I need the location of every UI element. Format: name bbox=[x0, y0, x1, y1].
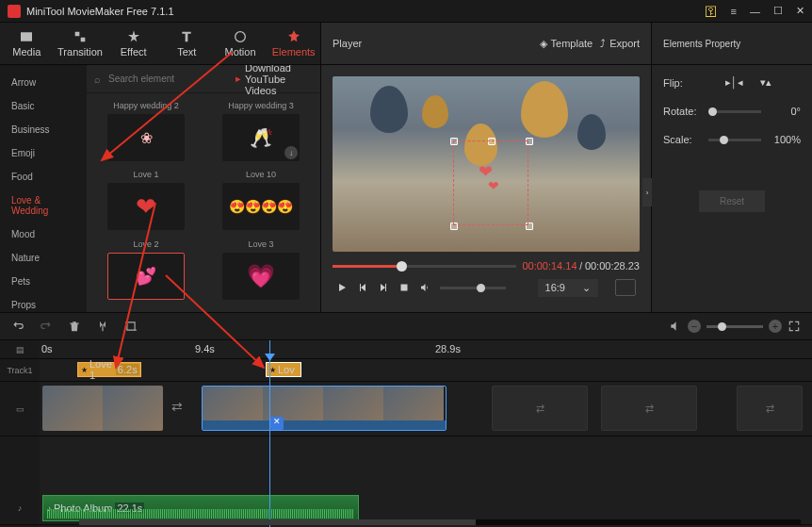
snapshot-button[interactable] bbox=[615, 279, 636, 296]
app-title: MiniTool MovieMaker Free 7.1.1 bbox=[26, 6, 705, 17]
rotate-value: 0° bbox=[771, 106, 801, 117]
timeline-toolbar: − + bbox=[0, 312, 812, 340]
volume-icon[interactable] bbox=[419, 282, 430, 293]
transition-icon[interactable]: ⇄ bbox=[171, 399, 183, 414]
horizontal-scrollbar[interactable] bbox=[79, 519, 801, 525]
element-happy-wedding-2[interactable]: Happy wedding 2❀ bbox=[90, 101, 202, 166]
tab-media[interactable]: Media bbox=[0, 23, 54, 64]
cat-pets[interactable]: Pets bbox=[0, 270, 87, 293]
element-love-10[interactable]: Love 10😍😍😍😍 bbox=[205, 170, 317, 235]
cat-nature[interactable]: Nature bbox=[0, 246, 87, 270]
cat-food[interactable]: Food bbox=[0, 165, 87, 189]
collapse-panel-icon[interactable]: › bbox=[642, 178, 652, 206]
cat-basic[interactable]: Basic bbox=[0, 94, 87, 118]
element-grid: Happy wedding 2❀ Happy wedding 3🥂↓ Love … bbox=[87, 93, 320, 312]
search-input[interactable] bbox=[108, 74, 228, 84]
flip-horizontal-icon[interactable]: ▸│◂ bbox=[725, 76, 743, 89]
cat-arrow[interactable]: Arrow bbox=[0, 71, 87, 94]
menu-icon[interactable]: ≡ bbox=[731, 6, 737, 17]
tab-text[interactable]: Text bbox=[160, 23, 214, 64]
play-icon[interactable] bbox=[336, 282, 348, 293]
tab-motion[interactable]: Motion bbox=[214, 23, 268, 64]
element-love-1[interactable]: Love 1❤ bbox=[90, 170, 202, 235]
cat-emoji[interactable]: Emoji bbox=[0, 141, 87, 165]
tab-elements[interactable]: Elements bbox=[267, 23, 320, 64]
stop-icon[interactable] bbox=[398, 282, 410, 293]
clip-love-1[interactable]: ★Love 16.2s bbox=[77, 362, 141, 377]
progress-bar[interactable] bbox=[333, 265, 516, 268]
rotate-slider[interactable] bbox=[708, 110, 761, 113]
timeline-menu-icon[interactable]: ▤ bbox=[0, 340, 40, 359]
scale-slider[interactable] bbox=[708, 139, 761, 141]
export-button[interactable]: ⤴Export bbox=[600, 38, 640, 49]
tab-transition[interactable]: Transition bbox=[54, 23, 107, 64]
template-button[interactable]: ◈Template bbox=[540, 38, 593, 50]
zoom-in-icon[interactable]: + bbox=[769, 320, 782, 333]
reset-button[interactable]: Reset bbox=[699, 190, 765, 212]
maximize-icon[interactable]: ☐ bbox=[773, 5, 783, 17]
empty-slot-2[interactable]: ⇄ bbox=[601, 386, 697, 431]
next-icon[interactable] bbox=[378, 282, 389, 293]
zoom-out-icon[interactable]: − bbox=[688, 320, 701, 333]
flip-label: Flip: bbox=[663, 77, 699, 89]
element-track[interactable]: ★Love 16.2s ★Lov bbox=[40, 359, 812, 382]
video-clip-1[interactable] bbox=[42, 386, 163, 431]
empty-slot-1[interactable]: ⇄ bbox=[492, 386, 588, 431]
audio-clip[interactable]: ♪Photo Album22.1s bbox=[42, 495, 359, 521]
video-track-icon: ▭ bbox=[0, 382, 40, 436]
crop-icon[interactable] bbox=[124, 320, 138, 333]
video-preview[interactable]: ❤ ❤ bbox=[333, 76, 640, 252]
category-list: Arrow Basic Business Emoji Food Love & W… bbox=[0, 65, 87, 312]
download-icon[interactable]: ↓ bbox=[284, 146, 298, 159]
video-clip-2[interactable]: ✕ bbox=[202, 386, 447, 431]
app-logo bbox=[8, 5, 21, 18]
scale-value: 100% bbox=[771, 134, 801, 145]
export-icon: ⤴ bbox=[600, 38, 606, 49]
audio-track-icon: ♪ bbox=[0, 491, 40, 525]
element-happy-wedding-3[interactable]: Happy wedding 3🥂↓ bbox=[205, 101, 317, 166]
redo-icon[interactable] bbox=[40, 320, 53, 333]
zoom-fit-icon[interactable] bbox=[788, 320, 801, 333]
main-toolbar: Media Transition Effect Text Motion Elem… bbox=[0, 23, 320, 65]
undo-icon[interactable] bbox=[11, 320, 24, 333]
download-youtube-link[interactable]: ▸Download YouTube Videos bbox=[235, 65, 313, 96]
split-icon[interactable] bbox=[96, 320, 109, 333]
properties-title: Elements Property bbox=[652, 23, 812, 65]
key-icon[interactable]: ⚿ bbox=[705, 4, 718, 19]
titlebar: MiniTool MovieMaker Free 7.1.1 ⚿ ≡ — ☐ ✕ bbox=[0, 0, 812, 23]
zoom-slider[interactable] bbox=[706, 325, 763, 328]
cat-love-wedding[interactable]: Love & Wedding bbox=[0, 189, 87, 222]
time-ruler[interactable]: 0s 9.4s 28.9s bbox=[40, 340, 812, 359]
player-title: Player bbox=[333, 38, 532, 49]
empty-slot-3[interactable]: ⇄ bbox=[737, 386, 803, 431]
timecode: 00:00:14.14 / 00:00:28.23 bbox=[522, 260, 640, 272]
rotate-label: Rotate: bbox=[663, 106, 699, 117]
playhead[interactable] bbox=[269, 340, 270, 527]
flip-vertical-icon[interactable]: ▾▴ bbox=[760, 76, 771, 89]
search-icon: ⌕ bbox=[94, 74, 101, 85]
video-track[interactable]: ⇄ ✕ ⇄ ⇄ ⇄ bbox=[40, 382, 812, 436]
cat-business[interactable]: Business bbox=[0, 118, 87, 141]
track1-label: Track1 bbox=[0, 359, 40, 382]
prev-icon[interactable] bbox=[357, 282, 368, 293]
cat-props[interactable]: Props bbox=[0, 293, 87, 312]
speaker-icon[interactable] bbox=[669, 320, 682, 333]
svg-point-0 bbox=[235, 32, 246, 42]
scale-label: Scale: bbox=[663, 134, 699, 145]
selection-box[interactable] bbox=[453, 140, 528, 225]
aspect-ratio-select[interactable]: 16:9⌄ bbox=[538, 279, 598, 297]
chevron-down-icon: ⌄ bbox=[582, 282, 591, 294]
element-love-2[interactable]: Love 2💕 bbox=[90, 239, 202, 305]
minimize-icon[interactable]: — bbox=[750, 6, 760, 17]
close-icon[interactable]: ✕ bbox=[796, 5, 804, 17]
clip-love-2[interactable]: ★Lov bbox=[266, 362, 301, 377]
progress-handle[interactable] bbox=[397, 261, 407, 272]
cat-mood[interactable]: Mood bbox=[0, 222, 87, 246]
tab-effect[interactable]: Effect bbox=[106, 23, 160, 64]
template-icon: ◈ bbox=[540, 38, 547, 50]
volume-slider[interactable] bbox=[440, 287, 506, 289]
element-love-3[interactable]: Love 3💗 bbox=[205, 239, 317, 305]
delete-icon[interactable] bbox=[68, 320, 81, 333]
